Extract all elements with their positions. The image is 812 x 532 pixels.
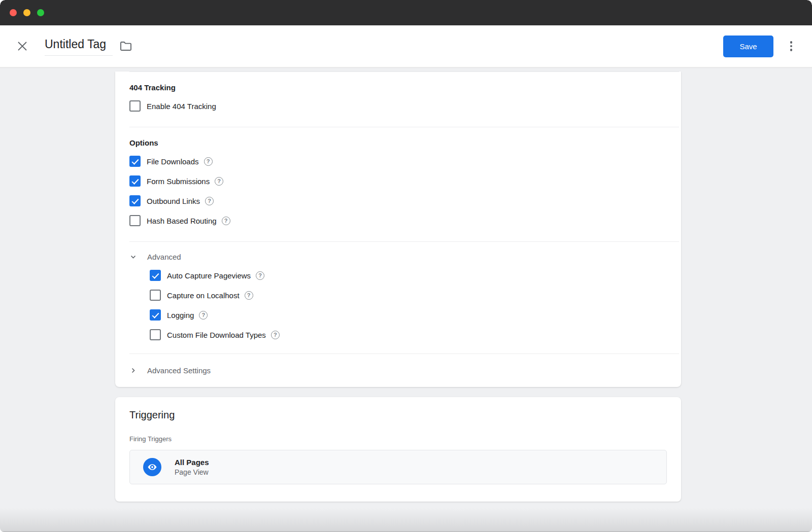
checkbox-row-enable-404[interactable]: Enable 404 Tracking <box>129 100 667 112</box>
advanced-label: Advanced <box>147 253 181 261</box>
folder-icon[interactable] <box>120 41 132 51</box>
checkbox-outbound-links[interactable] <box>129 195 141 206</box>
help-icon[interactable]: ? <box>199 311 208 320</box>
section-divider <box>129 353 679 354</box>
checkbox-label: Hash Based Routing <box>147 217 217 225</box>
checkbox-label: Enable 404 Tracking <box>147 102 216 111</box>
checkbox-label: Custom File Download Types <box>167 331 266 339</box>
checkbox-form-submissions[interactable] <box>129 175 141 187</box>
chevron-right-icon <box>129 367 137 374</box>
help-icon[interactable]: ? <box>256 271 264 280</box>
checkbox-label: File Downloads <box>147 157 199 166</box>
trigger-name: All Pages <box>175 458 209 467</box>
zoom-window-button[interactable] <box>37 9 44 16</box>
section-heading-options: Options <box>129 127 667 147</box>
more-options-menu-icon[interactable] <box>784 36 799 57</box>
triggering-heading: Triggering <box>129 409 667 421</box>
tag-name-input[interactable] <box>45 37 113 56</box>
checkbox-label: Auto Capture Pageviews <box>167 271 251 280</box>
close-editor-button[interactable] <box>15 39 29 53</box>
advanced-settings-toggle[interactable]: Advanced Settings <box>129 366 667 375</box>
section-advanced-settings: Advanced Settings <box>115 366 681 375</box>
close-icon <box>17 41 28 52</box>
checkbox-enable-404-tracking[interactable] <box>129 100 141 112</box>
chevron-down-icon <box>129 254 137 261</box>
tag-editor-header: Save <box>0 25 812 67</box>
help-icon[interactable]: ? <box>215 177 223 186</box>
checkbox-row-logging[interactable]: Logging ? <box>150 309 667 321</box>
pageview-trigger-icon <box>143 458 161 476</box>
checkbox-custom-file-download-types[interactable] <box>150 329 161 340</box>
checkbox-label: Outbound Links <box>147 197 200 205</box>
section-options: Options File Downloads ? Form Submission… <box>115 127 681 241</box>
checkbox-row-custom-file-download-types[interactable]: Custom File Download Types ? <box>150 329 667 340</box>
app-window: Save 404 Tracking Enable 404 Tracking Op… <box>0 0 812 532</box>
help-icon[interactable]: ? <box>205 197 214 205</box>
triggering-card: Triggering Firing Triggers All Pages Pag… <box>115 397 681 502</box>
help-icon[interactable]: ? <box>222 217 230 225</box>
tag-configuration-card: 404 Tracking Enable 404 Tracking Options… <box>115 72 681 387</box>
firing-triggers-label: Firing Triggers <box>129 435 667 443</box>
checkbox-row-hash-based-routing[interactable]: Hash Based Routing ? <box>129 215 667 226</box>
checkbox-auto-capture-pageviews[interactable] <box>150 270 161 281</box>
help-icon[interactable]: ? <box>245 291 253 300</box>
advanced-settings-label: Advanced Settings <box>147 366 211 375</box>
trigger-text: All Pages Page View <box>175 458 209 476</box>
checkbox-row-file-downloads[interactable]: File Downloads ? <box>129 156 667 167</box>
section-404-tracking: 404 Tracking Enable 404 Tracking <box>115 72 681 127</box>
checkbox-hash-based-routing[interactable] <box>129 215 141 226</box>
macos-titlebar <box>0 0 812 25</box>
trigger-row-all-pages[interactable]: All Pages Page View <box>129 450 667 484</box>
save-button[interactable]: Save <box>723 36 773 57</box>
checkbox-row-form-submissions[interactable]: Form Submissions ? <box>129 175 667 187</box>
tag-editor-content: 404 Tracking Enable 404 Tracking Options… <box>0 72 812 532</box>
help-icon[interactable]: ? <box>271 331 280 339</box>
checkbox-label: Form Submissions <box>147 177 210 186</box>
advanced-toggle[interactable]: Advanced <box>129 253 667 261</box>
checkbox-logging[interactable] <box>150 309 161 321</box>
section-advanced: Advanced Auto Capture Pageviews ? Captur… <box>115 253 681 353</box>
checkbox-file-downloads[interactable] <box>129 156 141 167</box>
checkbox-row-auto-capture-pageviews[interactable]: Auto Capture Pageviews ? <box>150 270 667 281</box>
close-window-button[interactable] <box>10 9 17 16</box>
checkbox-label: Capture on Localhost <box>167 291 240 300</box>
checkbox-capture-on-localhost[interactable] <box>150 290 161 301</box>
checkbox-label: Logging <box>167 311 194 320</box>
section-divider <box>129 241 679 242</box>
checkbox-row-capture-on-localhost[interactable]: Capture on Localhost ? <box>150 290 667 301</box>
minimize-window-button[interactable] <box>23 9 30 16</box>
checkbox-row-outbound-links[interactable]: Outbound Links ? <box>129 195 667 206</box>
trigger-type: Page View <box>175 468 209 476</box>
section-heading-404: 404 Tracking <box>129 72 667 92</box>
help-icon[interactable]: ? <box>204 157 213 166</box>
eye-icon <box>147 462 158 473</box>
